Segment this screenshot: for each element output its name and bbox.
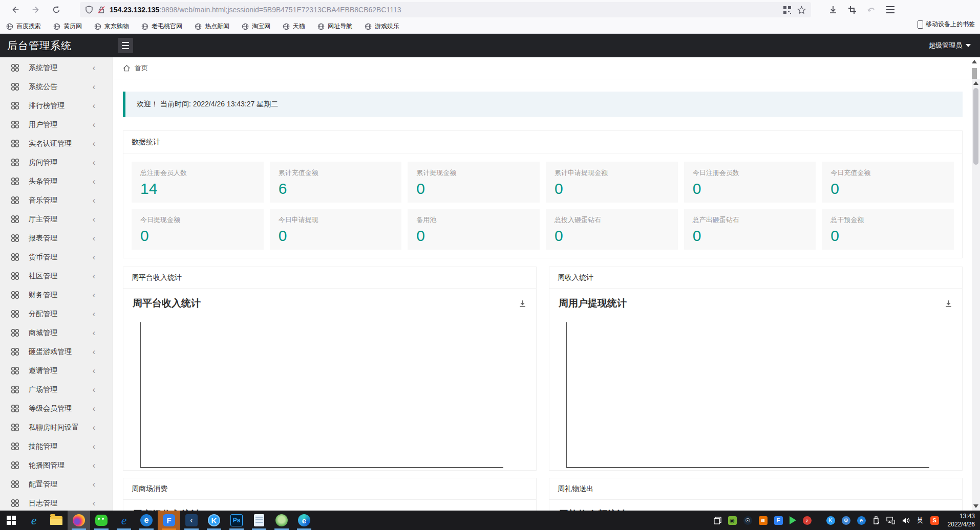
sidebar-item[interactable]: 分配管理 ‹ [0,304,113,323]
sidebar-item[interactable]: 商城管理 ‹ [0,323,113,342]
scroll-down-arrow[interactable] [973,504,978,508]
tray-sogou-icon[interactable]: S [930,516,939,525]
tray-ime-indicator[interactable]: 英 [917,516,924,525]
url-text: 154.23.132.135:9898/web/main.html;jsessi… [110,6,779,14]
undo-arrow-icon[interactable] [867,5,876,14]
taskbar-firefox-icon[interactable] [68,511,90,530]
taskbar-photoshop-icon[interactable]: Ps [225,511,248,530]
home-icon[interactable] [123,64,131,72]
bookmark-item[interactable]: 天猫 [283,22,305,31]
taskbar-edge-icon[interactable]: e [293,511,315,530]
sidebar-item[interactable]: 配置管理 ‹ [0,475,113,494]
taskbar-ie-icon[interactable]: e [23,511,45,530]
sidebar-item[interactable]: 头条管理 ‹ [0,172,113,191]
grid-circles-icon [10,214,20,224]
sidebar-item[interactable]: 排行榜管理 ‹ [0,96,113,115]
sidebar-item[interactable]: 音乐管理 ‹ [0,191,113,210]
main-scrollbar[interactable] [972,79,980,511]
breadcrumb-home[interactable]: 首页 [135,63,148,73]
mobile-bookmarks[interactable]: 移动设备上的书签 [918,20,975,29]
sidebar-item[interactable]: 日志管理 ‹ [0,494,113,511]
bookmark-item[interactable]: 热点新闻 [195,22,229,31]
tray-java-icon[interactable]: ≋ [759,516,768,525]
stat-label: 总干预金额 [830,215,945,225]
bookmark-item[interactable]: 京东购物 [94,22,129,31]
grid-circles-icon [10,309,20,319]
sidebar-item[interactable]: 砸蛋游戏管理 ‹ [0,342,113,361]
sidebar-item[interactable]: 用户管理 ‹ [0,115,113,134]
user-menu[interactable]: 超级管理员 [929,34,971,57]
bookmark-item[interactable]: 百度搜索 [6,22,41,31]
sidebar-item[interactable]: 邀请管理 ‹ [0,361,113,380]
grid-circles-icon [10,366,20,376]
tray-nvidia-icon[interactable]: ◉ [728,516,737,525]
sidebar-item-label: 厅主管理 [29,215,57,224]
tray-netease-music-icon[interactable]: ♪ [803,516,812,525]
bookmark-label: 黄历网 [63,22,82,31]
sidebar-item[interactable]: 厅主管理 ‹ [0,210,113,229]
bookmark-item[interactable]: 黄历网 [53,22,82,31]
sidebar-item[interactable]: 私聊房时间设置 ‹ [0,418,113,437]
tray-network-icon[interactable] [886,517,895,524]
taskbar-browser-e-icon[interactable]: e [135,511,158,530]
chart-download-icon[interactable] [518,299,527,308]
start-button[interactable] [0,511,23,530]
sidebar-item[interactable]: 货币管理 ‹ [0,248,113,267]
sidebar-toggle-button[interactable] [118,38,133,53]
tray-f-app-icon[interactable]: F [774,516,783,525]
tray-steam-icon[interactable]: ☉ [743,516,752,525]
taskbar-f-app-icon[interactable]: F [158,511,180,530]
sidebar-item[interactable]: 报表管理 ‹ [0,229,113,248]
forward-icon[interactable] [31,5,41,15]
sidebar-item[interactable]: 等级会员管理 ‹ [0,399,113,418]
shield-icon[interactable] [85,6,93,14]
tray-play-icon[interactable] [790,516,796,524]
taskbar-wechat-icon[interactable] [90,511,113,530]
screenshot-crop-icon[interactable] [848,6,857,14]
sidebar-item[interactable]: 轮播图管理 ‹ [0,456,113,475]
tray-copy-windows-icon[interactable] [714,517,721,524]
insecure-lock-icon[interactable] [97,6,105,14]
scroll-up-arrow[interactable] [973,81,978,85]
taskbar-green-app-icon[interactable] [270,511,293,530]
bookmark-label: 京东购物 [104,22,129,31]
stat-value: 0 [830,180,945,197]
downloads-icon[interactable] [828,5,838,14]
taskbar-ie-blue-icon[interactable]: e [113,511,135,530]
sidebar-item-label: 等级会员管理 [29,404,72,413]
sidebar-item[interactable]: 系统管理 ‹ [0,58,113,77]
sidebar-item[interactable]: 广场管理 ‹ [0,380,113,399]
chart-panel-header: 周收入统计 [549,267,962,289]
bookmark-star-icon[interactable] [797,6,806,14]
scroll-up-arrow[interactable] [972,60,977,63]
chart-y-axis [566,322,567,468]
sidebar-item[interactable]: 实名认证管理 ‹ [0,134,113,153]
sidebar-item[interactable]: 社区管理 ‹ [0,267,113,285]
bookmark-item[interactable]: 游戏娱乐 [365,22,399,31]
back-icon[interactable] [10,5,20,15]
taskbar-kugou-icon[interactable]: K [203,511,225,530]
tray-gear-icon[interactable]: ⚙ [842,516,850,525]
tray-usb-icon[interactable] [872,516,880,524]
tray-ie-icon[interactable]: e [857,516,866,525]
sidebar-item[interactable]: 房间管理 ‹ [0,153,113,172]
chart-title: 周平台收入统计 [133,297,201,310]
url-bar[interactable]: 154.23.132.135:9898/web/main.html;jsessi… [80,2,811,17]
taskbar-clock[interactable]: 13:43 2022/4/26 [948,512,975,528]
taskbar-format-factory-icon[interactable]: ‹ [180,511,203,530]
bookmark-item[interactable]: 老毛桃官网 [141,22,182,31]
bookmark-item[interactable]: 网址导航 [317,22,352,31]
browser-menu-icon[interactable] [886,6,894,13]
main-scroll-thumb[interactable] [973,88,978,165]
sidebar-item[interactable]: 系统公告 ‹ [0,77,113,96]
qr-code-icon[interactable] [783,6,791,14]
chart-download-icon[interactable] [944,299,953,308]
sidebar-item[interactable]: 技能管理 ‹ [0,437,113,456]
tray-speaker-icon[interactable] [902,517,910,524]
reload-icon[interactable] [51,5,61,15]
tray-kugou-icon[interactable]: K [826,516,835,525]
taskbar-file-explorer-icon[interactable] [45,511,68,530]
sidebar-item[interactable]: 财务管理 ‹ [0,285,113,304]
taskbar-notepad-icon[interactable] [248,511,270,530]
bookmark-item[interactable]: 淘宝网 [242,22,270,31]
